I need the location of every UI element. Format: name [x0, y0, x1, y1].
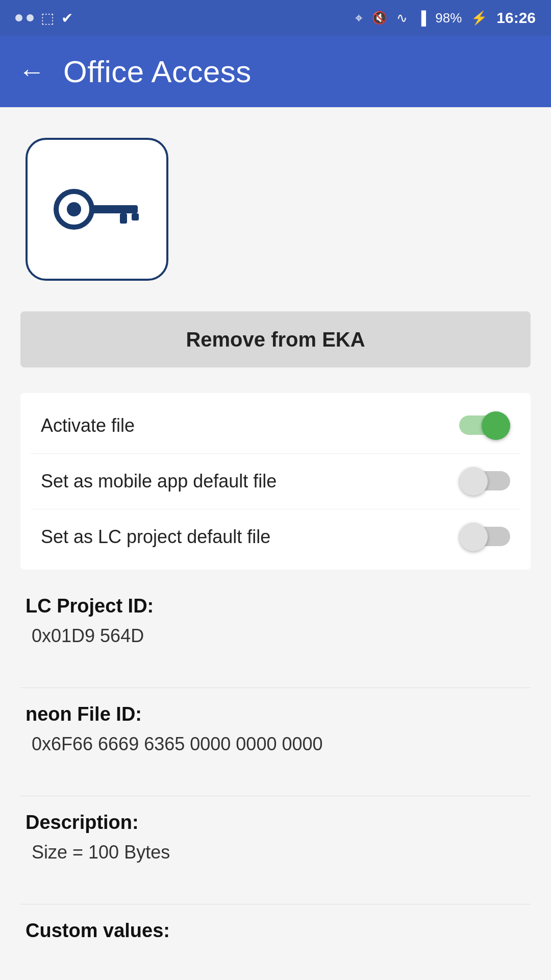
remove-from-eka-button[interactable]: Remove from EKA [20, 311, 531, 368]
app-icon-container [20, 138, 531, 281]
lc-project-id-section: LC Project ID: 0x01D9 564D [20, 595, 531, 652]
toggle-row-activate-file: Activate file [31, 398, 520, 454]
screen-icon: ⬚ [41, 10, 54, 27]
custom-values-section: Custom values: [20, 920, 531, 950]
lc-project-id-value: 0x01D9 564D [20, 625, 531, 647]
main-content: Remove from EKA Activate file Set as mob… [0, 107, 551, 980]
status-bar: ⬚ ✔ ⌖ 🔇 ∿ ▐ 98% ⚡ 16:26 [0, 0, 551, 36]
activate-file-toggle[interactable] [459, 411, 510, 440]
app-bar: ← Office Access [0, 36, 551, 107]
neon-file-id-value: 0x6F66 6669 6365 0000 0000 0000 [20, 733, 531, 755]
activate-file-label: Activate file [41, 415, 135, 436]
volume-icon: 🔇 [372, 11, 387, 25]
activate-file-thumb [482, 411, 510, 440]
lc-default-toggle[interactable] [459, 523, 510, 551]
lc-default-label: Set as LC project default file [41, 526, 270, 548]
lc-project-id-label: LC Project ID: [20, 595, 531, 617]
svg-rect-4 [132, 213, 139, 220]
battery-text: 98% [435, 10, 462, 26]
mobile-default-toggle[interactable] [459, 467, 510, 496]
signal-icon: ▐ [417, 10, 426, 26]
check-icon: ✔ [61, 10, 73, 27]
divider-3 [20, 904, 531, 904]
status-left-icons: ⬚ ✔ [15, 10, 73, 27]
back-button[interactable]: ← [18, 58, 45, 85]
custom-values-label: Custom values: [20, 920, 531, 942]
svg-point-1 [67, 202, 81, 216]
notification-dots [15, 14, 34, 21]
lc-default-thumb [459, 523, 488, 551]
mobile-default-thumb [459, 467, 488, 496]
bluetooth-icon: ⌖ [355, 10, 363, 26]
toggle-section: Activate file Set as mobile app default … [20, 393, 531, 570]
status-right-icons: ⌖ 🔇 ∿ ▐ 98% ⚡ 16:26 [355, 9, 536, 27]
description-value: Size = 100 Bytes [20, 842, 531, 863]
app-icon-box [26, 138, 168, 281]
divider-1 [20, 688, 531, 688]
time-display: 16:26 [496, 9, 536, 27]
description-label: Description: [20, 812, 531, 834]
dot1 [15, 14, 22, 21]
description-section: Description: Size = 100 Bytes [20, 812, 531, 868]
svg-rect-2 [89, 205, 138, 213]
divider-2 [20, 796, 531, 796]
mobile-default-label: Set as mobile app default file [41, 471, 277, 492]
toggle-row-lc-default: Set as LC project default file [31, 509, 520, 565]
toggle-row-mobile-default: Set as mobile app default file [31, 454, 520, 509]
battery-icon: ⚡ [471, 10, 487, 26]
svg-rect-3 [120, 213, 127, 224]
page-title: Office Access [63, 54, 252, 89]
neon-file-id-label: neon File ID: [20, 703, 531, 725]
dot2 [27, 14, 34, 21]
key-icon [46, 179, 148, 240]
neon-file-id-section: neon File ID: 0x6F66 6669 6365 0000 0000… [20, 703, 531, 760]
wifi-icon: ∿ [396, 10, 408, 26]
